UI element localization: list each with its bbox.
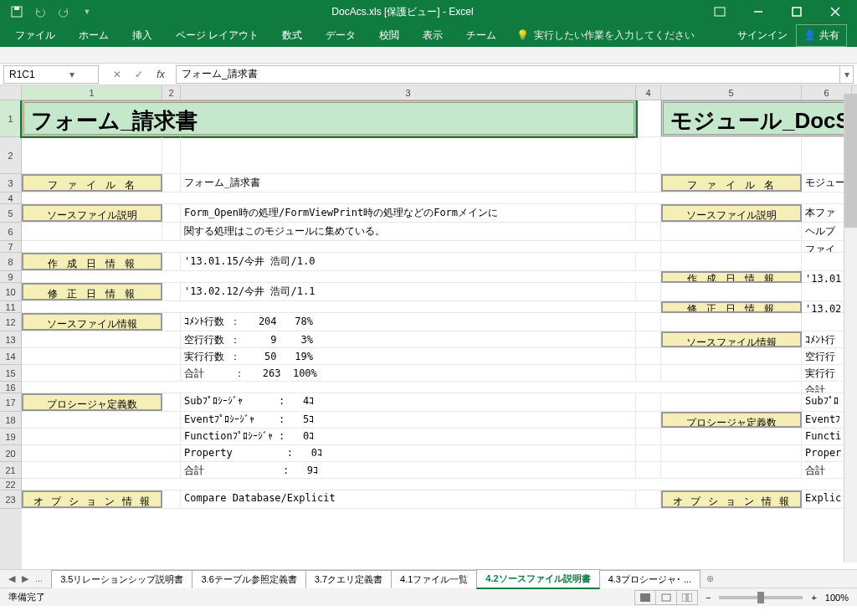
row-header-23[interactable]: 23 [0,490,22,509]
cell-b3[interactable] [162,174,181,192]
share-button[interactable]: 👤 共有 [796,24,847,47]
cell-c8[interactable]: '13.01.15/今井 浩司/1.0 [181,253,636,270]
sheet-nav-next-icon[interactable]: ▶ [22,573,28,584]
cell-e14[interactable] [661,348,802,364]
cell-e18[interactable]: プロシージャ定義数 [661,412,802,428]
row-header-5[interactable]: 5 [0,204,22,223]
sheet-tab-1[interactable]: 3.6テーブル参照定義書 [192,570,305,588]
cell-b23[interactable] [162,490,181,508]
cell-a20[interactable] [22,445,181,461]
cell-b17[interactable] [162,393,181,411]
tab-data[interactable]: データ [314,23,367,48]
cell-row4[interactable] [22,192,852,203]
cell-e12[interactable] [661,313,802,331]
page-break-view-button[interactable] [676,590,698,605]
cell-a18[interactable] [22,412,181,428]
cell-a10[interactable]: 修 正 日 情 報 [22,283,162,300]
cell-b5[interactable] [162,204,181,222]
tab-insert[interactable]: 挿入 [121,23,164,48]
cell-e15[interactable] [661,365,802,381]
cell-b8[interactable] [162,253,181,270]
zoom-level[interactable]: 100% [825,593,849,603]
row-header-9[interactable]: 9 [0,271,22,283]
tab-home[interactable]: ホーム [67,23,121,48]
cell-a21[interactable] [22,462,181,478]
maximize-button[interactable] [778,0,815,23]
cell-d13[interactable] [636,331,661,347]
add-sheet-button[interactable]: ⊕ [700,573,721,584]
cell-e23[interactable]: オ プ シ ョ ン 情 報 [661,490,802,508]
col-header-3[interactable]: 3 [181,85,636,100]
row-header-19[interactable]: 19 [0,429,22,445]
signin-link[interactable]: サインイン [737,28,788,43]
row-header-10[interactable]: 10 [0,283,22,301]
cell-a12[interactable]: ソースファイル情報 [22,313,162,331]
cell-a5[interactable]: ソースファイル説明 [22,204,162,222]
cell-b6[interactable] [162,223,181,240]
row-header-6[interactable]: 6 [0,223,22,241]
cell-e13[interactable]: ソースファイル情報 [661,331,802,347]
tab-review[interactable]: 校閲 [367,23,411,48]
save-button[interactable] [7,2,27,22]
row-header-1[interactable]: 1 [0,100,22,137]
cell-e21[interactable] [661,462,802,478]
row-header-22[interactable]: 22 [0,479,22,490]
formula-expand-icon[interactable]: ▾ [840,65,854,84]
cell-c19[interactable]: Functionﾌﾟﾛｼｰｼﾞｬ : 0ｺ [181,429,636,444]
cell-c5[interactable]: Form_Open時の処理/FormViewPrint時の処理などのFormメイ… [181,204,636,222]
qat-customize-icon[interactable]: ▼ [77,2,97,22]
cell-b10[interactable] [162,283,181,300]
cell-c15[interactable]: 合計 ： 263 100% [181,365,636,381]
col-header-2[interactable]: 2 [162,85,181,100]
col-header-5[interactable]: 5 [661,85,802,100]
cell-d2[interactable] [636,137,661,173]
cells-area[interactable]: フォーム_請求書 モジュール_DocSer フ ァ イ ル 名 フォーム_請求書… [22,100,857,569]
cell-c20[interactable]: Property : 0ｺ [181,445,636,461]
cell-d14[interactable] [636,348,661,364]
row-header-16[interactable]: 16 [0,382,22,393]
fx-button[interactable]: fx [152,69,169,80]
tell-me[interactable]: 💡 実行したい作業を入力してください [508,28,703,43]
cell-e19[interactable] [661,429,802,444]
cell-a13[interactable] [22,331,181,347]
cell-a3[interactable]: フ ァ イ ル 名 [22,174,162,192]
cell-d6[interactable] [636,223,661,240]
select-all-corner[interactable] [0,85,22,100]
cell-c21[interactable]: 合計 : 9ｺ [181,462,636,478]
cell-d23[interactable] [636,490,661,508]
minimize-button[interactable] [740,0,777,23]
cell-e11[interactable]: 修 正 日 情 報 [661,301,802,313]
row-header-4[interactable]: 4 [0,192,22,204]
cell-d5[interactable] [636,204,661,222]
row-header-2[interactable]: 2 [0,137,22,174]
cell-a1[interactable]: フォーム_請求書 [22,100,636,136]
cell-c10[interactable]: '13.02.12/今井 浩司/1.1 [181,283,636,300]
cell-e17[interactable] [661,393,802,411]
cell-e5[interactable]: ソースファイル説明 [661,204,802,222]
zoom-in-button[interactable]: + [811,593,816,603]
row-header-8[interactable]: 8 [0,253,22,271]
cell-d21[interactable] [636,462,661,478]
name-box[interactable]: R1C1 ▾ [3,65,99,84]
cancel-formula-button[interactable]: ✕ [109,69,126,80]
cell-a19[interactable] [22,429,181,444]
tab-formulas[interactable]: 数式 [270,23,314,48]
cell-d20[interactable] [636,445,661,461]
cell-e20[interactable] [661,445,802,461]
cell-d17[interactable] [636,393,661,411]
cell-d18[interactable] [636,412,661,428]
cell-e8[interactable] [661,253,802,270]
formula-input[interactable]: フォーム_請求書 [176,65,840,84]
zoom-slider-thumb[interactable] [757,592,764,603]
vertical-scrollbar[interactable] [844,94,857,562]
enter-formula-button[interactable]: ✓ [131,69,147,80]
cell-d15[interactable] [636,365,661,381]
cell-c12[interactable]: ｺﾒﾝﾄ行数 ： 204 78% [181,313,636,331]
row-header-21[interactable]: 21 [0,462,22,479]
row-header-11[interactable]: 11 [0,301,22,313]
sheet-tab-0[interactable]: 3.5リレーションシップ説明書 [51,570,192,588]
name-box-dropdown-icon[interactable]: ▾ [51,69,93,80]
vertical-scrollbar-thumb[interactable] [844,94,857,228]
cell-d3[interactable] [636,174,661,192]
row-header-3[interactable]: 3 [0,174,22,192]
